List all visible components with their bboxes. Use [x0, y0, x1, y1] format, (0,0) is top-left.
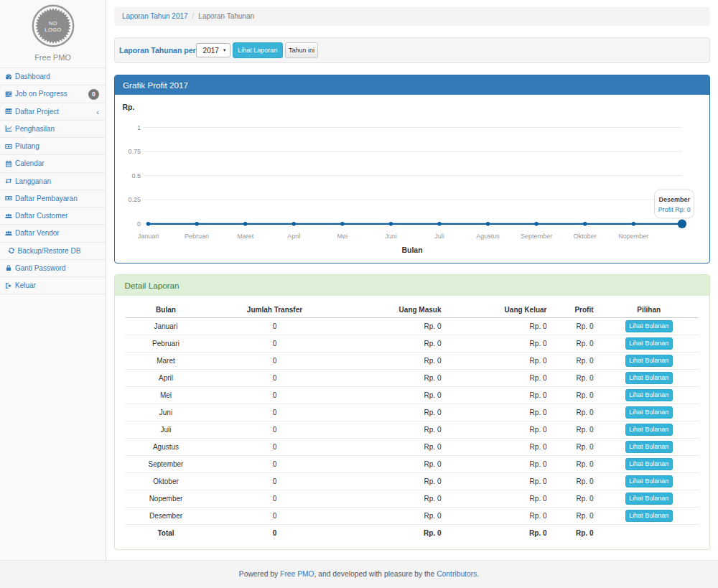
svg-text:September: September	[521, 233, 552, 240]
svg-text:Agustus: Agustus	[476, 233, 500, 240]
svg-text:Rp.: Rp.	[122, 103, 134, 111]
svg-text:Mei: Mei	[337, 233, 348, 240]
svg-text:0.5: 0.5	[131, 172, 141, 179]
svg-text:0.25: 0.25	[128, 196, 141, 203]
svg-text:Bulan: Bulan	[401, 246, 422, 254]
svg-text:Juli: Juli	[434, 233, 444, 240]
svg-text:1: 1	[136, 124, 140, 131]
svg-text:Profit Rp: 0: Profit Rp: 0	[658, 206, 690, 213]
svg-text:Oktober: Oktober	[573, 233, 596, 240]
svg-text:Desember: Desember	[658, 196, 690, 203]
svg-text:Juni: Juni	[385, 233, 397, 240]
svg-text:Maret: Maret	[237, 233, 254, 240]
svg-text:Pebruari: Pebruari	[185, 233, 209, 240]
svg-text:0.75: 0.75	[128, 148, 141, 155]
svg-text:Nopember: Nopember	[618, 233, 648, 240]
svg-text:Januari: Januari	[137, 233, 159, 240]
svg-text:LOGO: LOGO	[45, 27, 62, 33]
svg-text:NO: NO	[48, 20, 57, 27]
svg-text:0: 0	[136, 220, 140, 228]
svg-text:April: April	[287, 233, 300, 240]
